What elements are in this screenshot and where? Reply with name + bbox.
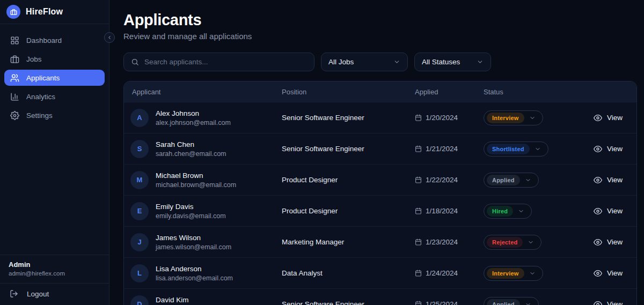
calendar-icon [415, 301, 422, 305]
applicant-cell: J James Wilson james.wilson@email.com [124, 233, 282, 251]
view-button[interactable]: View [594, 176, 623, 184]
sidebar-collapse-button[interactable] [104, 32, 115, 43]
sidebar-item-label: Settings [26, 111, 53, 120]
users-icon [10, 73, 19, 83]
status-dropdown-button[interactable]: Hired [484, 204, 532, 219]
actions-cell: View [588, 207, 636, 215]
table-row: L Lisa Anderson lisa.anderson@email.com … [124, 257, 636, 288]
view-button[interactable]: View [594, 269, 623, 278]
applied-date: 1/24/2024 [426, 269, 458, 277]
view-label: View [607, 269, 623, 277]
sidebar-item-analytics[interactable]: Analytics [4, 88, 105, 105]
applicant-cell: L Lisa Anderson lisa.anderson@email.com [124, 264, 282, 282]
applicant-email: michael.brown@email.com [156, 181, 236, 189]
applicants-table: Applicant Position Applied Status A Alex… [123, 81, 637, 305]
applicant-name: Lisa Anderson [156, 265, 233, 273]
sidebar-item-applicants[interactable]: Applicants [4, 70, 105, 86]
applicant-email: lisa.anderson@email.com [156, 274, 233, 282]
applicant-email: james.wilson@email.com [156, 243, 231, 251]
chevron-down-icon [529, 115, 536, 121]
sidebar-item-label: Applicants [26, 74, 60, 82]
logout-button[interactable]: Logout [0, 283, 109, 305]
position-cell: Marketing Manager [282, 238, 415, 246]
table-row: M Michael Brown michael.brown@email.com … [124, 164, 636, 195]
sidebar-item-settings[interactable]: Settings [4, 107, 105, 123]
actions-cell: View [588, 145, 636, 153]
applicant-name: Alex Johnson [156, 109, 231, 117]
view-button[interactable]: View [594, 238, 623, 247]
sidebar-item-dashboard[interactable]: Dashboard [4, 32, 105, 48]
applied-cell: 1/21/2024 [415, 145, 484, 153]
status-badge: Rejected [487, 237, 523, 248]
calendar-icon [415, 239, 422, 246]
jobs-filter-dropdown[interactable]: All Jobs [321, 53, 408, 71]
applicant-cell: D David Kim david.kim@email.com [124, 295, 282, 305]
view-label: View [607, 238, 623, 246]
filters-row: All Jobs All Statuses [123, 53, 637, 71]
status-dropdown-button[interactable]: Interview [484, 266, 543, 281]
sidebar-item-jobs[interactable]: Jobs [4, 51, 105, 67]
status-dropdown-button[interactable]: Shortlisted [484, 142, 548, 157]
sidebar-item-label: Analytics [26, 93, 55, 101]
search-input[interactable] [144, 58, 307, 66]
avatar: S [130, 140, 149, 158]
bar-chart-icon [10, 92, 19, 101]
column-header-applicant: Applicant [124, 88, 282, 96]
status-badge: Applied [487, 299, 520, 305]
status-cell: Interview [484, 266, 588, 281]
view-button[interactable]: View [594, 207, 623, 215]
briefcase-icon [10, 55, 19, 64]
chevron-down-icon [528, 239, 534, 246]
logout-icon [10, 289, 18, 298]
applied-cell: 1/23/2024 [415, 238, 484, 246]
avatar: M [130, 171, 149, 189]
status-badge: Hired [487, 206, 513, 217]
chevron-down-icon [535, 146, 541, 152]
applicant-cell: E Emily Davis emily.davis@email.com [124, 202, 282, 220]
status-badge: Interview [487, 113, 524, 123]
chevron-down-icon [518, 208, 524, 214]
user-name: Admin [9, 261, 100, 269]
table-row: D David Kim david.kim@email.com Senior S… [124, 288, 636, 305]
chevron-down-icon [393, 58, 400, 65]
status-dropdown-button[interactable]: Interview [484, 110, 543, 125]
view-button[interactable]: View [594, 300, 623, 305]
table-row: S Sarah Chen sarah.chen@email.com Senior… [124, 133, 636, 164]
status-dropdown-button[interactable]: Rejected [484, 235, 541, 250]
view-button[interactable]: View [594, 145, 623, 153]
calendar-icon [415, 207, 422, 214]
view-label: View [607, 300, 623, 305]
status-filter-dropdown[interactable]: All Statuses [414, 53, 491, 71]
applicant-email: alex.johnson@email.com [156, 119, 231, 127]
sidebar-nav: Dashboard Jobs Applicants Analytics Sett… [0, 24, 109, 126]
eye-icon [594, 300, 602, 305]
eye-icon [594, 269, 602, 278]
applicant-name: James Wilson [156, 234, 231, 242]
sidebar-item-label: Dashboard [26, 36, 62, 44]
view-button[interactable]: View [594, 114, 623, 122]
applied-date: 1/20/2024 [426, 114, 458, 122]
applicant-email: sarah.chen@email.com [156, 150, 226, 158]
applied-cell: 1/25/2024 [415, 300, 484, 305]
applicant-name: Emily Davis [156, 203, 226, 211]
calendar-icon [415, 114, 422, 121]
chevron-down-icon [529, 270, 536, 277]
applied-date: 1/18/2024 [426, 207, 458, 215]
user-info: Admin admin@hireflex.com [0, 255, 109, 283]
applied-date: 1/23/2024 [426, 238, 458, 246]
user-email: admin@hireflex.com [9, 270, 100, 277]
actions-cell: View [588, 114, 636, 122]
view-label: View [607, 176, 623, 184]
eye-icon [594, 238, 602, 247]
actions-cell: View [588, 176, 636, 184]
chevron-down-icon [477, 58, 484, 65]
view-label: View [607, 207, 623, 215]
status-dropdown-button[interactable]: Applied [484, 297, 539, 305]
applied-cell: 1/20/2024 [415, 114, 484, 122]
gear-icon [10, 111, 19, 120]
calendar-icon [415, 145, 422, 152]
status-dropdown-button[interactable]: Applied [484, 173, 539, 188]
status-cell: Applied [484, 173, 588, 188]
table-row: E Emily Davis emily.davis@email.com Prod… [124, 195, 636, 226]
actions-cell: View [588, 269, 636, 278]
